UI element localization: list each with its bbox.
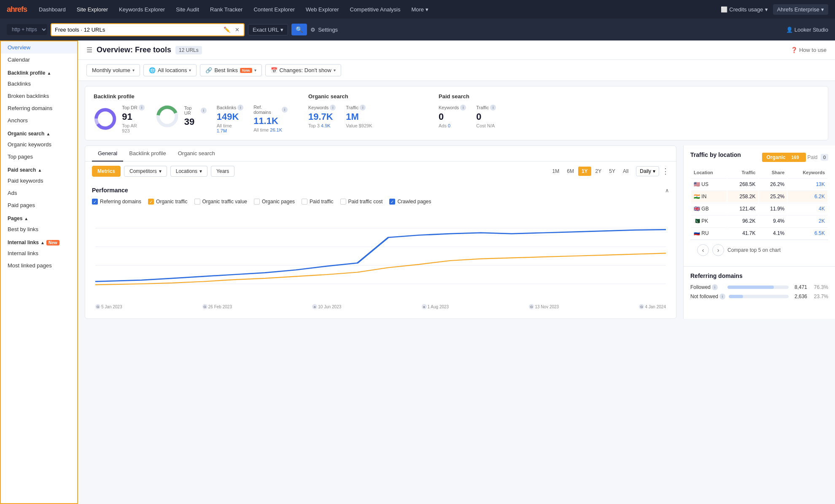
keywords-link[interactable]: 2K [819, 218, 825, 224]
credits-usage-button[interactable]: ⬜ Credits usage ▾ [721, 6, 768, 13]
info-icon[interactable]: i [237, 105, 243, 111]
sidebar-item-organic-keywords[interactable]: Organic keywords [1, 138, 77, 151]
time-all[interactable]: All [620, 167, 632, 176]
sidebar-item-paid-keywords[interactable]: Paid keywords [1, 175, 77, 187]
backlink-profile-title: Backlink profile [94, 93, 288, 100]
info-icon[interactable]: i [139, 105, 145, 111]
organic-traffic-tab[interactable]: Organic 169 [762, 153, 805, 162]
sidebar-item-overview[interactable]: Overview [1, 41, 77, 54]
nav-competitive-analysis[interactable]: Competitive Analysis [346, 4, 405, 15]
close-icon-button[interactable]: ✕ [234, 26, 240, 34]
sidebar-item-best-by-links[interactable]: Best by links [1, 223, 77, 235]
more-options-button[interactable]: ⋮ [662, 167, 669, 176]
sidebar-item-most-linked-pages[interactable]: Most linked pages [1, 259, 77, 272]
info-icon[interactable]: i [712, 284, 718, 290]
protocol-select[interactable]: http + https [7, 24, 47, 35]
sidebar-item-broken-backlinks[interactable]: Broken backlinks [1, 90, 77, 102]
all-locations-filter[interactable]: 🌐 All locations ▾ [143, 64, 197, 76]
logo[interactable]: ahrefs [7, 5, 27, 14]
keywords-link[interactable]: 4K [819, 206, 825, 212]
next-arrow-button[interactable]: › [712, 244, 724, 256]
monthly-volume-filter[interactable]: Monthly volume ▾ [86, 64, 140, 76]
url-input[interactable] [55, 27, 220, 33]
tab-organic-search[interactable]: Organic search [172, 146, 221, 162]
tab-general[interactable]: General [92, 146, 123, 162]
check-organic-traffic-value[interactable]: Organic traffic value [194, 199, 248, 205]
sidebar-item-referring-domains[interactable]: Referring domains [1, 102, 77, 114]
check-crawled-pages[interactable]: ✓ Crawled pages [389, 199, 431, 205]
sidebar-item-backlinks[interactable]: Backlinks [1, 78, 77, 90]
changes-filter[interactable]: 📅 Changes: Don't show ▾ [265, 64, 341, 76]
time-1m[interactable]: 1M [549, 167, 563, 176]
paid-traffic-tab[interactable]: Paid 0 [808, 154, 829, 160]
metrics-button[interactable]: Metrics [92, 166, 121, 177]
tab-backlink-profile[interactable]: Backlink profile [123, 146, 172, 162]
how-to-use-button[interactable]: ❓ How to use [791, 47, 827, 53]
time-5y[interactable]: 5Y [606, 167, 619, 176]
checkbox-paid-traffic-cost [340, 199, 346, 205]
settings-button[interactable]: ⚙ Settings [310, 27, 338, 33]
filter-bar: Monthly volume ▾ 🌐 All locations ▾ 🔗 Bes… [78, 60, 835, 81]
info-icon[interactable]: i [719, 294, 725, 299]
time-6m[interactable]: 6M [563, 167, 577, 176]
sidebar-item-internal-links[interactable]: Internal links [1, 247, 77, 259]
info-icon[interactable]: i [360, 105, 366, 111]
prev-arrow-button[interactable]: ‹ [697, 244, 709, 256]
interval-button[interactable]: Daily ▾ [636, 166, 659, 176]
info-icon[interactable]: i [201, 108, 207, 113]
time-1y[interactable]: 1Y [578, 167, 591, 176]
competitors-button[interactable]: Competitors ▾ [124, 166, 167, 177]
nav-web-explorer[interactable]: Web Explorer [302, 4, 343, 15]
nav-keywords-explorer[interactable]: Keywords Explorer [115, 4, 169, 15]
nav-site-explorer[interactable]: Site Explorer [73, 4, 112, 15]
info-icon[interactable]: i [490, 105, 496, 111]
sidebar-item-anchors[interactable]: Anchors [1, 114, 77, 127]
keywords-cell: 13K [788, 178, 827, 190]
match-type-select[interactable]: Exact URL ▾ [248, 24, 288, 35]
org-kw-sub: Top 3 4.9K [308, 123, 336, 128]
top-ar-sub: Top AR 923 [122, 123, 145, 133]
search-button[interactable]: 🔍 [291, 24, 307, 35]
organic-section-title: Organic search [8, 131, 44, 137]
hamburger-icon[interactable]: ☰ [86, 46, 92, 54]
sidebar-item-ads[interactable]: Ads [1, 187, 77, 199]
check-referring-domains[interactable]: ✓ Referring domains [92, 199, 141, 205]
sidebar-item-paid-pages[interactable]: Paid pages [1, 199, 77, 211]
edit-icon-button[interactable]: ✏️ [223, 26, 232, 34]
years-button[interactable]: Years [211, 166, 234, 177]
top-dr-value: 91 [122, 111, 145, 122]
keywords-cell: 6.2K [788, 191, 827, 202]
organic-count: 169 [789, 154, 801, 161]
check-paid-traffic[interactable]: Paid traffic [302, 199, 333, 205]
sidebar-item-top-pages[interactable]: Top pages [1, 151, 77, 163]
nav-more[interactable]: More ▾ [407, 4, 432, 15]
chevron-down-icon: ▾ [280, 27, 283, 33]
nav-site-audit[interactable]: Site Audit [172, 4, 203, 15]
keywords-link[interactable]: 13K [816, 181, 825, 187]
chart-controls: Metrics Competitors ▾ Locations ▾ Years [85, 162, 676, 181]
chevron-down-icon: ▾ [821, 6, 824, 13]
location-cell: 🇮🇳 IN [691, 191, 727, 202]
best-links-filter[interactable]: 🔗 Best links New ▾ [200, 64, 261, 76]
info-icon[interactable]: i [330, 105, 336, 111]
info-icon[interactable]: i [460, 105, 466, 111]
enterprise-button[interactable]: Ahrefs Enterprise ▾ [773, 4, 828, 15]
nav-content-explorer[interactable]: Content Explorer [249, 4, 299, 15]
check-organic-traffic[interactable]: ✓ Organic traffic [148, 199, 187, 205]
check-organic-pages[interactable]: Organic pages [254, 199, 295, 205]
location-cell: 🇬🇧 GB [691, 203, 727, 214]
traffic-cell: 41.7K [727, 227, 758, 239]
keywords-link[interactable]: 6.5K [814, 230, 825, 236]
info-icon[interactable]: i [282, 107, 288, 113]
looker-studio-button[interactable]: 👤 Looker Studio [786, 27, 828, 33]
nav-rank-tracker[interactable]: Rank Tracker [206, 4, 247, 15]
nav-dashboard[interactable]: Dashboard [35, 4, 70, 15]
keywords-link[interactable]: 6.2K [814, 194, 825, 199]
time-2y[interactable]: 2Y [592, 167, 605, 176]
locations-button[interactable]: Locations ▾ [170, 166, 207, 177]
check-paid-traffic-cost[interactable]: Paid traffic cost [340, 199, 383, 205]
checkbox-paid-traffic [302, 199, 307, 205]
traffic-cell: 258.2K [727, 191, 758, 202]
collapse-button[interactable]: ∧ [665, 187, 669, 194]
sidebar-item-calendar[interactable]: Calendar [1, 54, 77, 66]
